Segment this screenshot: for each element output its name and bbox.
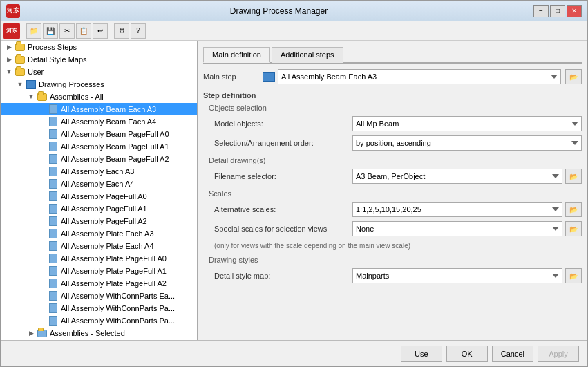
tab-main-definition[interactable]: Main definition: [203, 47, 270, 63]
tree-item-user[interactable]: ▼ User: [1, 66, 197, 78]
expander-empty-16: [37, 290, 48, 301]
main-step-row: Main step All Assembly Beam Each A3 📂: [203, 69, 582, 84]
expander-assemblies-selected[interactable]: ▶: [26, 328, 37, 339]
tree-label-user: User: [28, 68, 44, 76]
tree-panel[interactable]: ▶ Process Steps ▶ Detail Style Maps ▼ Us…: [1, 41, 198, 340]
apply-button[interactable]: Apply: [538, 346, 579, 362]
expander-empty-2: [37, 116, 48, 127]
tree-item-detail-style-maps[interactable]: ▶ Detail Style Maps: [1, 53, 197, 66]
tree-item-all-assembly-pagefull-a2[interactable]: All Assembly PageFull A2: [1, 215, 197, 227]
tab-additional-steps[interactable]: Additional steps: [272, 47, 343, 63]
tree-label-all-assembly-pagefull-a2: All Assembly PageFull A2: [61, 217, 147, 225]
toolbar-sep-2: [111, 25, 111, 37]
detail-style-map-control: Mainparts 📂: [352, 268, 582, 283]
detail-drawings-header: Detail drawing(s): [209, 156, 582, 164]
toolbar-btn-3[interactable]: ✂: [59, 23, 75, 39]
ok-button[interactable]: OK: [446, 346, 488, 362]
logo-icon: 河东: [6, 4, 20, 18]
detail-style-map-browse-btn[interactable]: 📂: [565, 268, 582, 283]
tree-item-assemblies-all[interactable]: ▼ Assemblies - All: [1, 91, 197, 103]
doc-icon-4: [48, 142, 59, 151]
tree-label-all-assembly-beam-each-a4: All Assembly Beam Each A4: [61, 117, 156, 126]
doc-icon-6: [48, 167, 59, 176]
tree-item-process-steps[interactable]: ▶ Process Steps: [1, 41, 197, 53]
tree-item-all-assembly-withconn-ea[interactable]: All Assembly WithConnParts Ea...: [1, 290, 197, 302]
toolbar-btn-6[interactable]: ⚙: [114, 23, 129, 39]
alternative-scales-select[interactable]: 1:1,2,5,10,15,20,25: [352, 202, 562, 217]
toolbar-btn-1[interactable]: 📁: [26, 23, 41, 39]
main-step-control: All Assembly Beam Each A3: [263, 69, 561, 84]
tree-item-all-assembly-beam-pagefull-a2[interactable]: All Assembly Beam PageFull A2: [1, 153, 197, 165]
doc-icon-8: [48, 191, 59, 201]
tree-label-all-assembly-plate-pagefull-a1: All Assembly Plate PageFull A1: [61, 267, 167, 275]
tree-label-assemblies-selected: Assemblies - Selected: [50, 329, 125, 337]
cancel-button[interactable]: Cancel: [492, 346, 533, 362]
filename-selector-select[interactable]: A3 Beam, PerObject: [352, 169, 562, 184]
use-button[interactable]: Use: [401, 346, 442, 362]
main-step-label: Main step: [203, 73, 258, 81]
tree-item-all-assembly-plate-each-a4[interactable]: All Assembly Plate Each A4: [1, 240, 197, 252]
selection-order-select[interactable]: by position, ascending: [352, 135, 582, 151]
close-button[interactable]: ✕: [567, 5, 582, 17]
toolbar-btn-7[interactable]: ?: [131, 23, 146, 39]
toolbar-btn-5[interactable]: ↩: [93, 23, 108, 39]
expander-drawing-processes[interactable]: ▼: [15, 79, 26, 90]
tree-item-all-assembly-pagefull-a0[interactable]: All Assembly PageFull A0: [1, 190, 197, 203]
tree-item-all-assembly-plate-pagefull-a0[interactable]: All Assembly Plate PageFull A0: [1, 252, 197, 265]
tree-label-all-assembly-beam-each-a3: All Assembly Beam Each A3: [61, 105, 156, 113]
tree-item-all-assembly-each-a3[interactable]: All Assembly Each A3: [1, 165, 197, 178]
expander-empty-4: [37, 141, 48, 152]
tree-label-all-assembly-each-a3: All Assembly Each A3: [61, 167, 134, 176]
tree-label-assemblies-all: Assemblies - All: [50, 93, 104, 101]
doc-icon-3: [48, 129, 59, 139]
special-scales-select[interactable]: None: [352, 221, 562, 236]
filename-selector-browse-btn[interactable]: 📂: [565, 169, 582, 184]
content-area: ▶ Process Steps ▶ Detail Style Maps ▼ Us…: [1, 41, 587, 340]
minimize-button[interactable]: −: [533, 5, 549, 17]
filename-selector-label: Filename selector:: [214, 172, 352, 180]
title-bar: 河东 Drawing Process Manager − □ ✕: [1, 1, 587, 21]
tree-item-all-assembly-beam-each-a3[interactable]: All Assembly Beam Each A3: [1, 103, 197, 115]
expander-process-steps[interactable]: ▶: [3, 41, 15, 53]
special-scales-browse-btn[interactable]: 📂: [565, 221, 582, 236]
expander-assemblies-all[interactable]: ▼: [26, 91, 37, 102]
main-step-icon: [263, 72, 275, 82]
tree-item-all-assembly-beam-each-a4[interactable]: All Assembly Beam Each A4: [1, 115, 197, 128]
window-title: Drawing Process Manager: [24, 6, 533, 16]
expander-empty-11: [37, 228, 48, 239]
tree-item-all-assembly-plate-each-a3[interactable]: All Assembly Plate Each A3: [1, 227, 197, 240]
main-step-browse-btn[interactable]: 📂: [565, 69, 582, 84]
special-scales-row: Special scales for selection views None …: [214, 221, 582, 236]
tree-item-all-assembly-each-a4[interactable]: All Assembly Each A4: [1, 178, 197, 190]
expander-user[interactable]: ▼: [3, 66, 15, 77]
tree-item-all-assembly-plate-pagefull-a1[interactable]: All Assembly Plate PageFull A1: [1, 265, 197, 277]
tree-item-all-assembly-plate-pagefull-a2[interactable]: All Assembly Plate PageFull A2: [1, 277, 197, 290]
tree-item-all-assembly-withconn-pa1[interactable]: All Assembly WithConnParts Pa...: [1, 302, 197, 314]
tree-label-all-assembly-beam-pagefull-a1: All Assembly Beam PageFull A1: [61, 142, 169, 151]
doc-icon-12: [48, 241, 59, 251]
app-logo: 河东: [6, 4, 20, 18]
alternative-scales-row: Alternative scales: 1:1,2,5,10,15,20,25 …: [214, 202, 582, 217]
folder-icon-detail-style-maps: [15, 55, 26, 64]
maximize-button[interactable]: □: [550, 5, 565, 17]
tree-label-all-assembly-beam-pagefull-a2: All Assembly Beam PageFull A2: [61, 155, 169, 163]
toolbar-btn-4[interactable]: 📋: [76, 23, 91, 39]
expander-empty-12: [37, 241, 48, 252]
tree-item-all-assembly-withconn-pa2[interactable]: All Assembly WithConnParts Pa...: [1, 314, 197, 327]
main-step-select[interactable]: All Assembly Beam Each A3: [278, 69, 561, 84]
tree-item-drawing-processes[interactable]: ▼ Drawing Processes: [1, 78, 197, 91]
alternative-scales-browse-btn[interactable]: 📂: [565, 202, 582, 217]
selection-order-control: by position, ascending: [352, 135, 582, 151]
tree-item-all-assembly-beam-pagefull-a0[interactable]: All Assembly Beam PageFull A0: [1, 128, 197, 140]
tree-item-all-assembly-pagefull-a1[interactable]: All Assembly PageFull A1: [1, 203, 197, 215]
folder-icon-assemblies-all: [37, 92, 48, 102]
folder-icon-drawing-processes: [26, 79, 37, 89]
detail-style-map-select[interactable]: Mainparts: [352, 268, 562, 283]
tree-item-assemblies-selected[interactable]: ▶ Assemblies - Selected: [1, 327, 197, 339]
expander-empty-5: [37, 153, 48, 164]
toolbar-btn-2[interactable]: 💾: [43, 23, 58, 39]
tree-label-all-assembly-plate-each-a3: All Assembly Plate Each A3: [61, 229, 154, 238]
expander-detail-style-maps[interactable]: ▶: [3, 54, 15, 65]
model-objects-select[interactable]: All Mp Beam: [352, 116, 582, 131]
tree-item-all-assembly-beam-pagefull-a1[interactable]: All Assembly Beam PageFull A1: [1, 140, 197, 153]
